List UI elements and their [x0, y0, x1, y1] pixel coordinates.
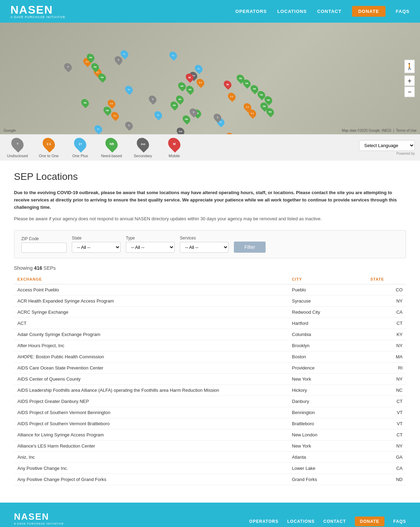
- cell-exchange: Any Positive Change Project of Grand For…: [14, 474, 289, 485]
- cell-state: VT: [367, 407, 406, 418]
- table-row[interactable]: After Hours Project, Inc Brooklyn NY: [14, 340, 406, 351]
- cell-exchange: AHOPE: Boston Public Health Commission: [14, 351, 289, 362]
- footer-nav-locations[interactable]: LOCATIONS: [287, 519, 315, 524]
- cell-state: MA: [367, 351, 406, 362]
- covid-alert: Due to the evolving COVID-19 outbreak, p…: [14, 189, 406, 221]
- state-label: State: [72, 236, 121, 240]
- table-row[interactable]: Adair County Syringe Exchange Program Co…: [14, 329, 406, 340]
- nav-donate[interactable]: DONATE: [352, 6, 385, 17]
- logo-text: NASEN: [10, 4, 66, 15]
- services-label: Services: [180, 236, 229, 240]
- map-overlay: [0, 23, 420, 134]
- cell-city: Bennington: [289, 407, 367, 418]
- cell-city: Pueblo: [289, 284, 367, 296]
- google-label: Google: [3, 128, 16, 132]
- one-to-one-symbol: 1:1: [46, 143, 51, 146]
- undisclosed-label: Undisclosed: [7, 154, 28, 158]
- cell-city: New London: [289, 429, 367, 441]
- table-row[interactable]: AIDS Project of Southern Vermont Benning…: [14, 407, 406, 418]
- map-zoom-controls: 🚶 + −: [404, 60, 415, 97]
- alert-text-bold: Due to the evolving COVID-19 outbreak, p…: [14, 190, 397, 210]
- cell-state: NY: [367, 374, 406, 385]
- map-credit: Google: [3, 128, 16, 132]
- table-row[interactable]: Alliance's LES Harm Reduction Center New…: [14, 441, 406, 452]
- legend-one-plus: 1+ One Plus: [68, 137, 92, 158]
- table-row[interactable]: AIDS Project of Southern Vermont Brattle…: [14, 418, 406, 429]
- mobile-label: Mobile: [169, 154, 180, 158]
- cell-exchange: ACRC Syringe Exchange: [14, 307, 289, 318]
- cell-state: ND: [367, 474, 406, 485]
- table-row[interactable]: ACRC Syringe Exchange Redwood City CA: [14, 307, 406, 318]
- cell-exchange: Adair County Syringe Exchange Program: [14, 329, 289, 340]
- table-row[interactable]: AIDS Center of Queens County New York NY: [14, 374, 406, 385]
- zip-filter-group: ZIP Code: [21, 236, 67, 253]
- one-to-one-icon: 1:1: [40, 135, 57, 152]
- footer-nav-operators[interactable]: OPERATORS: [249, 519, 278, 524]
- results-info: Showing 416 SEPs: [14, 265, 406, 271]
- mobile-symbol: M: [173, 143, 176, 146]
- cell-city: New York: [289, 441, 367, 452]
- table-header-row: EXCHANGE CITY STATE: [14, 274, 406, 284]
- cell-exchange: AIDS Project Greater Danbury NEP: [14, 396, 289, 407]
- secondary-label: Secondary: [134, 154, 152, 158]
- cell-exchange: Access Point Pueblo: [14, 284, 289, 296]
- cell-city: Hickory: [289, 385, 367, 396]
- logo: NASEN A DAVE PURCHASE INITIATIVE: [10, 4, 66, 19]
- nav-contact[interactable]: CONTACT: [317, 9, 342, 14]
- nav-locations[interactable]: LOCATIONS: [277, 9, 307, 14]
- table-row[interactable]: Any Positive Change Project of Grand For…: [14, 474, 406, 485]
- terms-of-use-link[interactable]: Terms of Use: [396, 129, 417, 132]
- services-select[interactable]: -- All --: [180, 242, 229, 253]
- map-legend: ? Undisclosed 1:1 One to One 1+ One Plus…: [0, 134, 420, 161]
- table-row[interactable]: AIDS Leadership Foothills area Alliance …: [14, 385, 406, 396]
- mobile-icon: M: [166, 135, 183, 152]
- cell-city: Grand Forks: [289, 474, 367, 485]
- cell-state: VT: [367, 418, 406, 429]
- one-plus-symbol: 1+: [78, 143, 82, 146]
- table-row[interactable]: ACR Health Expanded Syringe Access Progr…: [14, 296, 406, 307]
- nav-operators[interactable]: OPERATORS: [235, 9, 267, 14]
- street-view-icon[interactable]: 🚶: [404, 60, 415, 73]
- need-based-symbol: NB: [109, 143, 114, 146]
- zoom-in-button[interactable]: +: [404, 76, 415, 86]
- cell-exchange: ACR Health Expanded Syringe Access Progr…: [14, 296, 289, 307]
- footer-logo: NASEN A DAVE PURCHASE INITIATIVE: [14, 511, 64, 525]
- zip-input[interactable]: [21, 243, 67, 253]
- cell-state: GA: [367, 452, 406, 463]
- cell-state: CT: [367, 429, 406, 441]
- footer-nav-donate[interactable]: DONATE: [355, 517, 385, 526]
- footer-nav-faqs[interactable]: FAQS: [393, 519, 406, 524]
- cell-exchange: AIDS Project of Southern Vermont Benning…: [14, 407, 289, 418]
- legend-secondary: 2nd Secondary: [131, 137, 155, 158]
- main-content: SEP Locations Due to the evolving COVID-…: [0, 161, 420, 496]
- cell-city: Boston: [289, 351, 367, 362]
- col-header-state: STATE: [367, 274, 406, 284]
- table-row[interactable]: Aniz, Inc Atlanta GA: [14, 452, 406, 463]
- table-row[interactable]: AIDS Project Greater Danbury NEP Danbury…: [14, 396, 406, 407]
- language-select[interactable]: Select Language Español Français: [359, 140, 415, 151]
- table-row[interactable]: Any Positive Change Inc. Lower Lake CA: [14, 463, 406, 474]
- table-row[interactable]: ACT Hartford CT: [14, 318, 406, 329]
- cell-city: Hartford: [289, 318, 367, 329]
- table-row[interactable]: AHOPE: Boston Public Health Commission B…: [14, 351, 406, 362]
- table-row[interactable]: AIDS Care Ocean State Prevention Center …: [14, 362, 406, 374]
- cell-city: Lower Lake: [289, 463, 367, 474]
- zoom-out-button[interactable]: −: [404, 87, 415, 97]
- cell-state: RI: [367, 362, 406, 374]
- main-nav: OPERATORS LOCATIONS CONTACT DONATE FAQS: [235, 6, 410, 17]
- footer-nav-contact[interactable]: CONTACT: [323, 519, 346, 524]
- cell-state: NY: [367, 296, 406, 307]
- logo-subtitle: A DAVE PURCHASE INITIATIVE: [10, 15, 66, 19]
- cell-city: Syracuse: [289, 296, 367, 307]
- footer-logo-subtitle: A DAVE PURCHASE INITIATIVE: [14, 522, 64, 525]
- type-select[interactable]: -- All --: [126, 242, 175, 253]
- filter-button[interactable]: Filter: [234, 242, 266, 253]
- table-row[interactable]: Alliance for Living Syringe Access Progr…: [14, 429, 406, 441]
- language-select-area: Select Language Español Français Powered…: [359, 140, 415, 155]
- nav-faqs[interactable]: FAQS: [396, 9, 410, 14]
- cell-exchange: ACT: [14, 318, 289, 329]
- state-select[interactable]: -- All --: [72, 242, 121, 253]
- legend-mobile: M Mobile: [162, 137, 186, 158]
- cell-state: NC: [367, 385, 406, 396]
- table-row[interactable]: Access Point Pueblo Pueblo CO: [14, 284, 406, 296]
